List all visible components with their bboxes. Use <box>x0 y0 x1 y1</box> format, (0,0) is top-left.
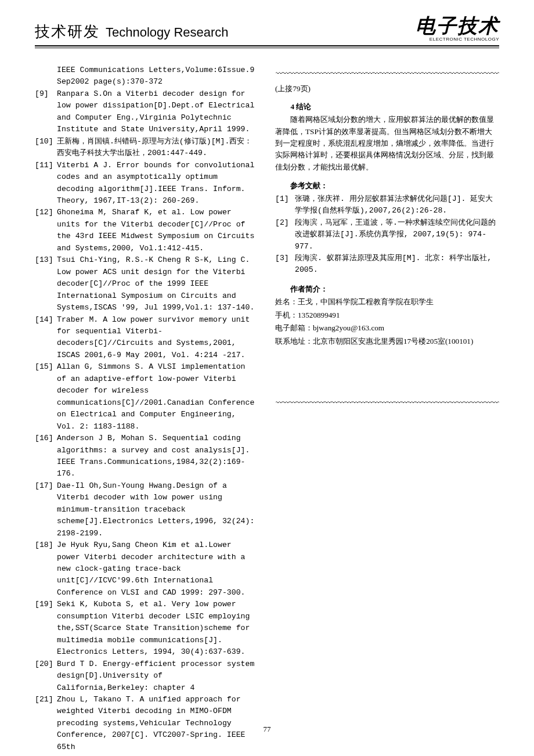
reference-17: [17]Dae-Il Oh,Sun-Young Hwang.Design of … <box>35 480 259 539</box>
ref-num: [11] <box>35 160 57 207</box>
ref-text: Seki K, Kubota S, et al. Very low power … <box>57 599 259 658</box>
ref-num: [9] <box>35 88 57 136</box>
ref-num: [2] <box>275 217 295 253</box>
left-column: IEEE Communications Letters,Volume:6Issu… <box>35 64 259 756</box>
ref-text: Traber M. A low power survivor memory un… <box>57 314 259 362</box>
right-column: 〰〰〰〰〰〰〰〰〰〰〰〰〰〰〰〰〰〰〰〰〰〰〰〰〰〰〰〰〰〰〰〰 (上接79页)… <box>275 64 499 756</box>
ref-num: [1] <box>275 193 295 217</box>
section-title-cn: 技术研发 <box>35 21 100 42</box>
ref-text: Ghoneima M, Sharaf K, et al. Low power u… <box>57 207 259 254</box>
ref-num: [20] <box>35 658 57 694</box>
ref-text: Je Hyuk Ryu,Sang Cheon Kim et al.Lower p… <box>57 539 259 599</box>
spacer <box>275 347 499 394</box>
ref-text: Burd T D. Energy-efficient processor sys… <box>57 658 259 694</box>
reference-13: [13]Tsui Chi-Ying, R.S.-K Cheng R S-K, L… <box>35 254 259 314</box>
author-email: 电子邮箱：bjwang2you@163.com <box>275 322 499 334</box>
masthead: 电子技术 ELECTRONIC TECHNOLOGY <box>416 16 499 42</box>
reference-20: [20]Burd T D. Energy-efficient processor… <box>35 658 259 694</box>
separator-squiggle: 〰〰〰〰〰〰〰〰〰〰〰〰〰〰〰〰〰〰〰〰〰〰〰〰〰〰〰〰〰〰〰〰 <box>275 397 499 409</box>
ref-text: Ranpara S.On a Viterbi decoder design fo… <box>57 88 259 136</box>
ref-text: 段海滨. 蚁群算法原理及其应用[M]. 北京: 科学出版社, 2005. <box>295 253 499 276</box>
reference-11: [11]Viterbi A J. Error bounds for convol… <box>35 160 259 207</box>
reference-r3: [3]段海滨. 蚁群算法原理及其应用[M]. 北京: 科学出版社, 2005. <box>275 253 499 276</box>
section-title-en: Technology Research <box>106 25 229 40</box>
ref-text: 段海滨，马冠军，王道波，等.一种求解连续空间优化问题的改进蚁群算法[J].系统仿… <box>295 217 499 253</box>
references-heading: 参考文献： <box>275 180 499 192</box>
ref-num: [13] <box>35 254 57 314</box>
reference-r1: [1]张璐，张庆祥. 用分层蚁群算法求解优化问题[J]. 延安大学学报(自然科学… <box>275 193 499 217</box>
reference-9: [9]Ranpara S.On a Viterbi decoder design… <box>35 88 259 136</box>
journal-title-en: ELECTRONIC TECHNOLOGY <box>416 37 499 42</box>
ref-num: [16] <box>35 433 57 480</box>
ref-text: Allan G, Simmons S. A VLSI implementatio… <box>57 361 259 433</box>
continued-from: (上接79页) <box>275 83 499 95</box>
ref-num: [18] <box>35 539 57 599</box>
section-4-heading: 4 结论 <box>275 101 499 113</box>
ref-text: Viterbi A J. Error bounds for convolutio… <box>57 160 259 207</box>
ref-num: [15] <box>35 361 57 433</box>
ref-text: Tsui Chi-Ying, R.S.-K Cheng R S-K, Ling … <box>57 254 259 314</box>
header-left: 技术研发 Technology Research <box>35 21 229 42</box>
ref-num: [10] <box>35 136 57 160</box>
reference-r2: [2]段海滨，马冠军，王道波，等.一种求解连续空间优化问题的改进蚁群算法[J].… <box>275 217 499 253</box>
page-number: 77 <box>0 725 534 734</box>
reference-16: [16]Anderson J B, Mohan S. Sequential co… <box>35 433 259 480</box>
ref-text: 王新梅，肖国镇.纠错码-原理与方法(修订版)[M].西安：西安电子科技大学出版社… <box>57 136 259 160</box>
reference-14: [14]Traber M. A low power survivor memor… <box>35 314 259 362</box>
journal-title-cn: 电子技术 <box>416 16 499 36</box>
ref-num: [21] <box>35 694 57 753</box>
reference-10: [10]王新梅，肖国镇.纠错码-原理与方法(修订版)[M].西安：西安电子科技大… <box>35 136 259 160</box>
section-4-body: 随着网格区域划分数的增大，应用蚁群算法的最优解的数值显著降低，TSP计算的效率显… <box>275 114 499 173</box>
ref-text: Dae-Il Oh,Sun-Young Hwang.Design of a Vi… <box>57 480 259 539</box>
reference-18: [18]Je Hyuk Ryu,Sang Cheon Kim et al.Low… <box>35 539 259 599</box>
ref-num: [19] <box>35 599 57 658</box>
author-name: 姓名：王戈，中国科学院工程教育学院在职学生 <box>275 296 499 308</box>
reference-12: [12]Ghoneima M, Sharaf K, et al. Low pow… <box>35 207 259 254</box>
reference-15: [15]Allan G, Simmons S. A VLSI implement… <box>35 361 259 433</box>
reference-21: [21]Zhou L, Takano T. A unified approach… <box>35 694 259 753</box>
reference-19: [19]Seki K, Kubota S, et al. Very low po… <box>35 599 259 658</box>
separator-squiggle: 〰〰〰〰〰〰〰〰〰〰〰〰〰〰〰〰〰〰〰〰〰〰〰〰〰〰〰〰〰〰〰〰 <box>275 68 499 80</box>
author-bio-heading: 作者简介： <box>275 283 499 295</box>
ref-text: 张璐，张庆祥. 用分层蚁群算法求解优化问题[J]. 延安大学学报(自然科学版),… <box>295 193 499 217</box>
ref-num: [3] <box>275 253 295 276</box>
page-header: 技术研发 Technology Research 电子技术 ELECTRONIC… <box>35 0 499 46</box>
ref-num: [14] <box>35 314 57 362</box>
ref-8-continuation: IEEE Communications Letters,Volume:6Issu… <box>35 64 259 88</box>
author-phone: 手机：13520899491 <box>275 309 499 321</box>
ref-num: [17] <box>35 480 57 539</box>
ref-num: [12] <box>35 207 57 254</box>
ref-text: Zhou L, Takano T. A unified approach for… <box>57 694 259 753</box>
body-columns: IEEE Communications Letters,Volume:6Issu… <box>0 48 534 756</box>
ref-text: Anderson J B, Mohan S. Sequential coding… <box>57 433 259 480</box>
author-address: 联系地址：北京市朝阳区安惠北里秀园17号楼205室(100101) <box>275 336 499 347</box>
